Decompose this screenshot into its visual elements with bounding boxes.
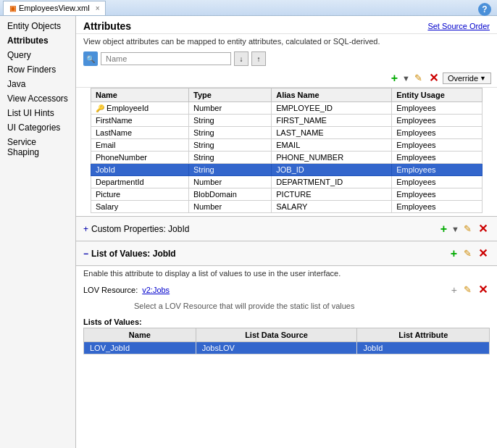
- lov-list-label: Lists of Values:: [76, 315, 497, 328]
- delete-lov-resource-button[interactable]: ✕: [476, 282, 490, 297]
- attr-row-name: LastName: [91, 127, 189, 139]
- sidebar-item-java[interactable]: Java: [0, 77, 75, 91]
- lov-collapse-icon[interactable]: −: [83, 249, 88, 259]
- search-input[interactable]: [101, 52, 231, 65]
- delete-attribute-button[interactable]: ✕: [427, 70, 440, 86]
- attr-row-usage: Employees: [392, 176, 483, 188]
- custom-props-expand-icon[interactable]: +: [83, 224, 88, 234]
- xml-icon: ▣: [9, 4, 16, 12]
- lov-bar: − List of Values: JobId + ✎ ✕: [76, 241, 497, 266]
- nav-down-button[interactable]: ↓: [234, 51, 248, 66]
- attr-row-name: FirstName: [91, 115, 189, 127]
- attr-table-row[interactable]: JobIdStringJOB_IDEmployees: [91, 164, 483, 176]
- file-tab[interactable]: ▣ EmployeesView.xml ×: [3, 1, 106, 15]
- attr-row-name: JobId: [91, 164, 189, 176]
- section-title: Attributes: [83, 20, 131, 32]
- attr-row-type: String: [189, 139, 272, 152]
- override-dropdown-arrow: ▼: [480, 75, 486, 82]
- edit-attribute-button[interactable]: ✎: [412, 72, 425, 84]
- toolbar-separator: ▼: [402, 74, 410, 83]
- attr-row-type: Number: [189, 176, 272, 188]
- lov-row-name: LOV_JobId: [84, 342, 196, 354]
- delete-custom-prop-button[interactable]: ✕: [476, 221, 490, 236]
- attr-row-type: BlobDomain: [189, 188, 272, 201]
- custom-properties-left: + Custom Properties: JobId: [83, 224, 189, 234]
- lov-title-area: − List of Values: JobId: [83, 249, 176, 259]
- col-type: Type: [189, 88, 272, 102]
- lov-row-attribute: JobId: [357, 342, 490, 354]
- delete-lov-button[interactable]: ✕: [476, 246, 490, 261]
- sidebar-item-attributes[interactable]: Attributes: [0, 33, 75, 48]
- attr-row-name: Email: [91, 139, 189, 152]
- attr-row-type: String: [189, 152, 272, 164]
- file-tab-label: EmployeesView.xml: [19, 4, 90, 12]
- lov-title: List of Values: JobId: [91, 249, 176, 259]
- attr-table-row[interactable]: PhoneNumberStringPHONE_NUMBEREmployees: [91, 152, 483, 164]
- attr-table-row[interactable]: 🔑 EmployeeIdNumberEMPLOYEE_IDEmployees: [91, 102, 483, 115]
- sidebar-item-row-finders[interactable]: Row Finders: [0, 62, 75, 77]
- lov-resource-row: LOV Resource: v2:Jobs + ✎ ✕: [76, 279, 497, 300]
- attr-table-row[interactable]: FirstNameStringFIRST_NAMEEmployees: [91, 115, 483, 127]
- close-tab-button[interactable]: ×: [96, 4, 100, 12]
- lov-description: Enable this attribute to display a list …: [76, 266, 497, 279]
- custom-properties-bar: + Custom Properties: JobId + ▼ ✎ ✕: [76, 216, 497, 241]
- add-attribute-button[interactable]: +: [389, 71, 400, 86]
- main-content: Attributes Set Source Order View object …: [76, 16, 497, 448]
- attr-row-type: Number: [189, 201, 272, 213]
- add-custom-prop-button[interactable]: +: [438, 222, 449, 236]
- lov-resource-link[interactable]: v2:Jobs: [142, 286, 170, 294]
- edit-lov-resource-button[interactable]: ✎: [462, 283, 474, 296]
- attr-row-type: String: [189, 127, 272, 139]
- lov-toolbar: + ✎ ✕: [448, 246, 490, 261]
- attr-row-type: String: [189, 164, 272, 176]
- attr-table-row[interactable]: LastNameStringLAST_NAMEEmployees: [91, 127, 483, 139]
- sidebar-item-list-ui-hints[interactable]: List UI Hints: [0, 106, 75, 120]
- attributes-table: Name Type Alias Name Entity Usage 🔑 Empl…: [91, 88, 483, 213]
- lov-hint: Select a LOV Resource that will provide …: [76, 300, 497, 315]
- attr-row-alias: PHONE_NUMBER: [272, 152, 392, 164]
- attributes-toolbar: + ▼ ✎ ✕ Override ▼: [76, 69, 497, 88]
- search-icon: 🔍: [83, 51, 98, 66]
- section-header: Attributes Set Source Order: [76, 16, 497, 34]
- attr-row-usage: Employees: [392, 201, 483, 213]
- attr-row-usage: Employees: [392, 152, 483, 164]
- lov-row-datasource: JobsLOV: [196, 342, 357, 354]
- attr-table-row[interactable]: PictureBlobDomainPICTUREEmployees: [91, 188, 483, 201]
- sidebar-item-view-accessors[interactable]: View Accessors: [0, 91, 75, 106]
- attr-row-alias: JOB_ID: [272, 164, 392, 176]
- attr-row-alias: EMPLOYEE_ID: [272, 102, 392, 115]
- attr-row-alias: PICTURE: [272, 188, 392, 201]
- attr-row-name: PhoneNumber: [91, 152, 189, 164]
- attr-row-alias: EMAIL: [272, 139, 392, 152]
- edit-custom-prop-button[interactable]: ✎: [462, 223, 474, 235]
- search-bar: 🔍 ↓ ↑: [76, 49, 497, 69]
- attr-row-type: String: [189, 115, 272, 127]
- lov-resource-label: LOV Resource:: [83, 286, 138, 294]
- attr-row-type: Number: [189, 102, 272, 115]
- set-source-order-link[interactable]: Set Source Order: [427, 22, 490, 30]
- sidebar-item-service-shaping[interactable]: Service Shaping: [0, 135, 75, 159]
- sidebar-item-query[interactable]: Query: [0, 48, 75, 62]
- lov-col-name: Name: [84, 328, 196, 342]
- sidebar-item-entity-objects[interactable]: Entity Objects: [0, 19, 75, 33]
- key-icon: 🔑: [96, 104, 104, 112]
- attr-table-row[interactable]: EmailStringEMAILEmployees: [91, 139, 483, 152]
- lov-resource-toolbar: + ✎ ✕: [449, 282, 490, 297]
- help-icon[interactable]: ?: [478, 3, 491, 16]
- attr-row-name: DepartmentId: [91, 176, 189, 188]
- nav-up-button[interactable]: ↑: [251, 51, 266, 66]
- override-button[interactable]: Override ▼: [443, 72, 491, 84]
- lov-col-datasource: List Data Source: [196, 328, 357, 342]
- sidebar-item-ui-categories[interactable]: UI Categories: [0, 120, 75, 135]
- custom-properties-toolbar: + ▼ ✎ ✕: [438, 221, 490, 236]
- attr-row-usage: Employees: [392, 164, 483, 176]
- edit-lov-button[interactable]: ✎: [462, 247, 474, 260]
- attr-table-row[interactable]: SalaryNumberSALARYEmployees: [91, 201, 483, 213]
- override-label: Override: [448, 74, 478, 83]
- add-lov-resource-button[interactable]: +: [449, 283, 459, 296]
- add-lov-button[interactable]: +: [448, 246, 459, 261]
- attr-row-usage: Employees: [392, 102, 483, 115]
- attr-table-row[interactable]: DepartmentIdNumberDEPARTMENT_IDEmployees: [91, 176, 483, 188]
- lov-col-attribute: List Attribute: [357, 328, 490, 342]
- lov-table-row[interactable]: LOV_JobIdJobsLOVJobId: [84, 342, 490, 354]
